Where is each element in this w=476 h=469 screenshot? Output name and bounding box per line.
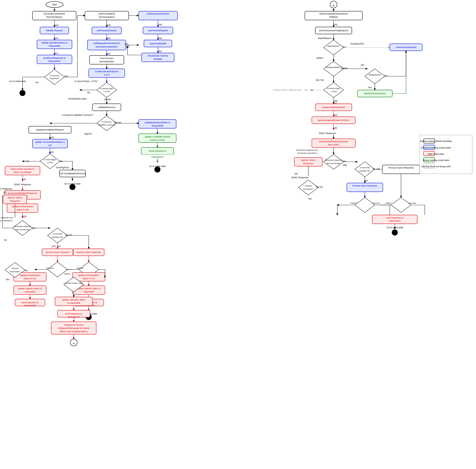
svg-text:Wait for SDNC: Wait for SDNC [301, 159, 316, 162]
svg-text:SDNC Response: SDNC Response [14, 183, 31, 186]
svg-marker-316 [298, 180, 318, 195]
svg-text:skipRollback?: skipRollback? [327, 45, 340, 47]
svg-text:ServiceInstance: ServiceInstance [99, 16, 115, 18]
flow-diagram: Start (1)CreateCustomE2E ServiceInstance… [0, 0, 476, 469]
svg-text:(2b): (2b) [106, 37, 110, 40]
svg-text:ExistingFlow: ExistingFlow [56, 166, 69, 169]
svg-text:postProcessRequest: postProcessRequest [396, 46, 417, 48]
svg-text:update request status in: update request status in [18, 287, 42, 290]
svg-text:(3)DecomposeService: (3)DecomposeService [147, 12, 169, 15]
svg-marker-139 [47, 228, 67, 243]
svg-text:requestDB: requestDB [83, 290, 94, 293]
svg-text:(1i): (1i) [3, 191, 7, 194]
svg-text:(4g): (4g) [343, 164, 347, 166]
svg-text:Go to initial state: Go to initial state [9, 80, 26, 82]
svg-text:update orchestration-: update orchestration- [78, 274, 99, 276]
svg-text:RollbackAAI?: RollbackAAI? [369, 74, 381, 76]
svg-text:Yes: Yes [343, 160, 346, 162]
svg-text:No-(4i): No-(4i) [316, 186, 323, 188]
svg-text:= OTN?: = OTN? [103, 90, 110, 93]
svg-text:all domain controllers?: all domain controllers? [297, 152, 318, 154]
svg-text:indicator=N?: indicator=N? [52, 236, 63, 238]
svg-text:validation success?: validation success? [98, 124, 115, 126]
svg-text:prepareCompletionRequest: prepareCompletionRequest [36, 128, 64, 131]
svg-text:failure and complete failure): failure and complete failure) [60, 330, 87, 333]
svg-marker-268 [365, 69, 385, 84]
svg-text:= OTN?: = OTN? [330, 90, 337, 93]
svg-text:Reuse existing BPMN Workflow: Reuse existing BPMN Workflow [420, 140, 452, 142]
svg-text:Rollback: Rollback [329, 16, 338, 18]
svg-text:ExternalAPI: ExternalAPI [151, 156, 163, 158]
svg-text:from SDNC: from SDNC [328, 144, 340, 146]
svg-text:send response to: send response to [65, 312, 82, 315]
svg-text:send response to: send response to [386, 216, 403, 219]
svg-text:Timeout: Timeout [11, 267, 19, 270]
svg-text:requestDB: requestDB [25, 290, 35, 293]
svg-text:Yes: Yes [6, 278, 9, 281]
svg-marker-324 [355, 162, 375, 177]
svg-text:status in AAI: status in AAI [82, 277, 95, 280]
svg-text:ServiceInstance: ServiceInstance [46, 16, 62, 18]
svg-text:(4k)No: (4k)No [341, 67, 348, 70]
svg-text:Is ack-final: Is ack-final [53, 233, 62, 235]
svg-text:SDNC Response: SDNC Response [0, 188, 12, 190]
svg-text:ExternalAPI: ExternalAPI [24, 304, 36, 307]
svg-text:in AAI: in AAI [104, 74, 110, 76]
svg-text:(2a): (2a) [106, 24, 110, 26]
svg-text:send create requests to: send create requests to [11, 168, 34, 170]
svg-text:(4i): (4i) [295, 172, 298, 175]
svg-text:ExternalAPI: ExternalAPI [48, 60, 60, 62]
svg-text:New script tasks: New script tasks [428, 153, 444, 155]
svg-text:Received response from: Received response from [297, 149, 318, 151]
svg-text:skipRollback?: skipRollback? [318, 37, 332, 40]
svg-text:A: A [333, 4, 335, 7]
svg-text:Failure: Failure [351, 202, 357, 204]
svg-text:is serviceType: is serviceType [327, 87, 340, 90]
svg-text:updateOperationStatus in: updateOperationStatus in [145, 121, 170, 124]
svg-text:SDNC Response: SDNC Response [319, 132, 336, 134]
svg-text:RequestDB: RequestDB [152, 124, 163, 127]
svg-text:ServiceDecomposition: ServiceDecomposition [95, 46, 118, 48]
svg-text:deleteServiceInstance: deleteServiceInstance [364, 92, 386, 95]
svg-text:A: A [73, 342, 75, 345]
svg-text:(1j) No: (1j) No [65, 234, 72, 236]
svg-point-29 [19, 90, 25, 96]
svg-text:No: No [87, 91, 90, 94]
svg-text:Exceeded?: Exceeded? [303, 188, 314, 190]
svg-text:Success: Success [76, 267, 84, 269]
svg-text:preProcessRequest: preProcessRequest [148, 29, 168, 32]
svg-text:Is ServiceType: Is ServiceType [100, 88, 113, 90]
svg-text:Decompose Serivice: Decompose Serivice [148, 54, 168, 57]
svg-text:Post Process: Post Process [100, 57, 113, 60]
svg-text:Update AAI(delete service: Update AAI(delete service [144, 136, 170, 138]
svg-text:Existing flow tasks: Existing flow tasks [68, 98, 87, 100]
svg-text:Response: Response [10, 200, 20, 202]
svg-text:Update OperationStatus in: Update OperationStatus in [41, 42, 68, 44]
svg-point-354 [392, 230, 398, 236]
svg-text:(2g)Yes: (2g)Yes [84, 132, 92, 135]
svg-text:sendSyncResponse to: sendSyncResponse to [43, 57, 66, 59]
svg-text:GetRequestParametersFor: GetRequestParametersFor [93, 42, 120, 44]
svg-text:Existing SDNC rollback:Flow: Existing SDNC rollback:Flow [273, 89, 302, 91]
svg-text:No -(4l): No -(4l) [372, 168, 380, 170]
svg-text:(4)DoCreateServiceInstance: (4)DoCreateServiceInstance [319, 12, 348, 15]
svg-text:template: template [154, 58, 162, 60]
svg-text:(1e): (1e) [50, 151, 54, 153]
svg-text:Is servicetype: Is servicetype [44, 158, 56, 161]
svg-rect-42 [87, 40, 126, 50]
svg-text:Timeout: Timeout [305, 185, 312, 187]
svg-text:(1a): (1a) [54, 24, 58, 26]
svg-text:Enhance existing scripts tasks: Enhance existing scripts tasks [421, 146, 451, 149]
svg-text:RollbackSDNC?: RollbackSDNC? [326, 66, 341, 68]
svg-text:Is success: Is success [50, 74, 59, 77]
svg-text:send response to: send response to [21, 301, 38, 304]
svg-text:update OrchestrationStatus in: update OrchestrationStatus in [35, 141, 65, 143]
svg-text:(4a): (4a) [333, 23, 337, 26]
svg-text:Is ServiceType = OTN?: Is ServiceType = OTN? [74, 80, 98, 82]
svg-text:indicator=N?: indicator=N? [359, 170, 371, 172]
svg-text:(4l): (4l) [361, 64, 364, 66]
svg-text:(4e): (4e) [333, 114, 337, 116]
svg-text:Send response to: Send response to [149, 150, 166, 152]
svg-text:Success: Success [409, 202, 416, 204]
svg-text:from all domain: from all domain [327, 162, 341, 164]
